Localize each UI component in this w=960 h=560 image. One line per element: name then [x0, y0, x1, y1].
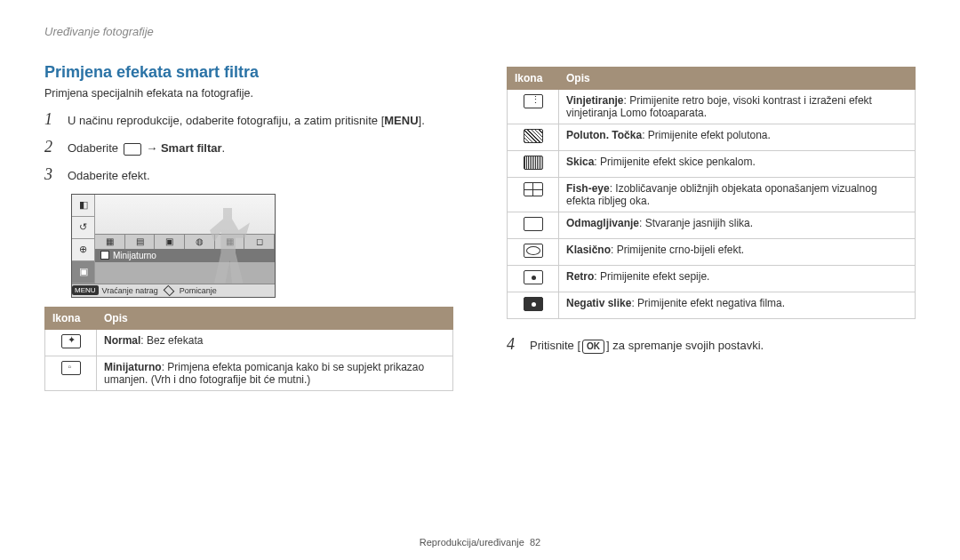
- side-icon: ◧: [72, 195, 94, 217]
- effect-desc: : Primijenite efekt negativa filma.: [631, 297, 785, 309]
- blur-area: [95, 262, 275, 284]
- step-4: 4 Pritisnite [OK] za spremanje svojih po…: [507, 335, 916, 354]
- effects-table-right: Ikona Opis Vinjetiranje: Primijenite ret…: [507, 67, 916, 319]
- effect-icon: [524, 94, 543, 108]
- step-3: 3 Odaberite efekt.: [44, 165, 453, 184]
- effect-desc: : Stvaranje jasnijih slika.: [639, 217, 753, 229]
- header-note: Uređivanje fotografije: [44, 25, 916, 38]
- effect-name: Vinjetiranje: [566, 94, 623, 107]
- th-desc: Opis: [97, 307, 453, 329]
- table-row: Skica: Primijenite efekt skice penkalom.: [508, 151, 916, 178]
- filter-thumb: ▦: [95, 235, 125, 249]
- filter-thumb: ◻: [244, 235, 275, 249]
- effect-name: Normal: [104, 334, 140, 347]
- effect-icon: [524, 129, 543, 143]
- side-icon: ↺: [72, 217, 94, 239]
- effect-name: Klasično: [566, 244, 611, 256]
- section-title: Primjena efekata smart filtra: [44, 63, 453, 82]
- table-row: Odmagljivanje: Stvaranje jasnijih slika.: [508, 212, 916, 239]
- intro-text: Primjena specijalnih efekata na fotograf…: [44, 87, 453, 100]
- effect-icon: [524, 217, 543, 231]
- step-text: Odaberite efekt.: [68, 168, 150, 184]
- th-icon: Ikona: [45, 307, 97, 329]
- step-text: Odaberite: [68, 141, 122, 155]
- filter-thumb: ▣: [155, 235, 185, 249]
- table-row: Retro: Primijenite efekt sepije.: [508, 266, 916, 292]
- arrow: →: [143, 141, 161, 155]
- effects-table-left: Ikona Opis Normal: Bez efekata Minijatur…: [44, 307, 453, 391]
- step-text: U načinu reprodukcije, odaberite fotogra…: [68, 114, 378, 127]
- effect-desc: : Primijenite efekt polutona.: [642, 129, 771, 141]
- edit-icon: [124, 143, 141, 156]
- filter-thumb-selected: [100, 251, 109, 260]
- step-number: 2: [44, 138, 57, 156]
- effect-name: Negativ slike: [566, 297, 631, 309]
- table-row: Fish-eye: Izobličavanje obližnjih objeka…: [508, 178, 916, 212]
- effect-icon: [524, 244, 543, 258]
- selected-filter-label: Minijaturno: [113, 251, 156, 260]
- effect-name: Fish-eye: [566, 182, 610, 195]
- effect-icon: [524, 270, 543, 284]
- ok-button-icon: OK: [582, 340, 604, 354]
- filter-thumb: ◍: [185, 235, 215, 249]
- step-number: 4: [507, 335, 519, 354]
- footer-section: Reprodukcija/uređivanje: [420, 537, 524, 548]
- effect-icon: [61, 334, 81, 348]
- table-row: Poluton. Točka: Primijenite efekt poluto…: [508, 124, 916, 151]
- effect-desc: : Bez efekata: [140, 334, 203, 347]
- effect-name: Odmagljivanje: [566, 217, 639, 229]
- table-row: Klasično: Primijenite crno-bijeli efekt.: [508, 239, 916, 266]
- step-number: 1: [44, 110, 57, 129]
- effect-icon: [524, 297, 543, 311]
- table-row: Negativ slike: Primijenite efekt negativ…: [508, 292, 916, 319]
- side-icon: ⊕: [72, 239, 94, 261]
- effect-name: Minijaturno: [104, 361, 162, 373]
- effect-name: Poluton. Točka: [566, 129, 642, 141]
- effect-desc: : Primijenite efekt sepije.: [594, 270, 709, 283]
- back-label: Vraćanje natrag: [99, 284, 162, 297]
- right-column: Ikona Opis Vinjetiranje: Primijenite ret…: [507, 63, 916, 391]
- effect-desc: : Primijenite efekt skice penkalom.: [594, 156, 755, 168]
- step-text: Pritisnite: [530, 339, 577, 352]
- effect-desc: : Primijenite crno-bijeli efekt.: [611, 244, 744, 256]
- step-1: 1 U načinu reprodukcije, odaberite fotog…: [44, 110, 453, 129]
- camera-ui-mock: ◧ ↺ ⊕ ▣ ▦ ▤ ▣ ◍ ▦ ◻: [71, 194, 276, 298]
- step-number: 3: [44, 165, 57, 184]
- menu-button-label: MENU: [384, 114, 418, 127]
- th-desc: Opis: [559, 68, 916, 90]
- filter-thumb: ▤: [125, 235, 156, 249]
- nav-diamond-icon: [163, 284, 174, 296]
- table-row: Minijaturno: Primjena efekta pomicanja k…: [45, 356, 453, 390]
- table-row: Vinjetiranje: Primijenite retro boje, vi…: [508, 90, 916, 124]
- move-label: Pomicanje: [176, 284, 220, 297]
- smart-filter-label: Smart filtar: [161, 141, 222, 155]
- left-column: Primjena efekata smart filtra Primjena s…: [44, 63, 453, 391]
- effect-icon: [524, 156, 543, 170]
- effect-icon: [524, 182, 543, 196]
- step-text: za spremanje svojih postavki.: [610, 339, 764, 352]
- step-2: 2 Odaberite → Smart filtar.: [44, 138, 453, 156]
- side-icon-active: ▣: [72, 261, 94, 284]
- effect-name: Retro: [566, 270, 594, 283]
- table-row: Normal: Bez efekata: [45, 329, 453, 356]
- menu-tag: MENU: [72, 285, 99, 295]
- page-footer: Reprodukcija/uređivanje 82: [0, 537, 960, 548]
- th-icon: Ikona: [508, 68, 559, 90]
- effect-icon: [61, 361, 81, 375]
- effect-name: Skica: [566, 156, 594, 168]
- effect-desc: : Izobličavanje obližnjih objekata opona…: [566, 182, 877, 207]
- page-number: 82: [530, 537, 540, 548]
